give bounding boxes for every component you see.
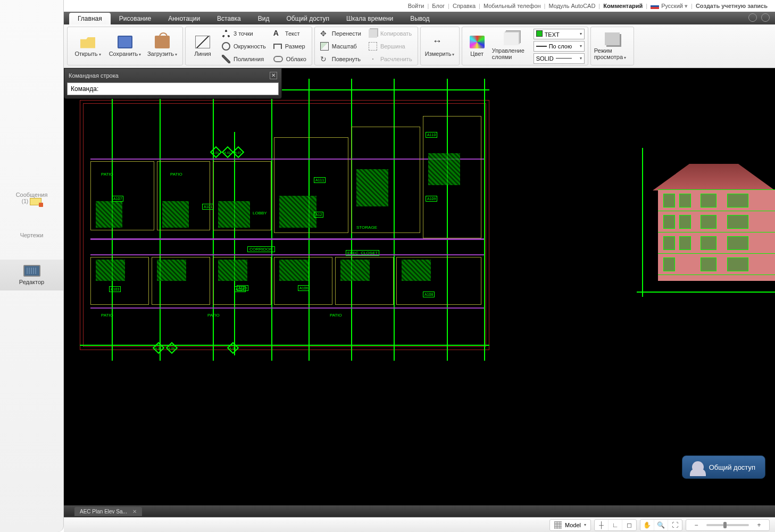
linetype-select[interactable]: SOLID▾ [534,53,585,64]
link-login[interactable]: Войти [408,3,424,9]
color-button[interactable]: Цвет [465,27,489,65]
help-icon[interactable] [761,13,770,22]
measure-button[interactable]: Измерить▾ [424,27,456,65]
layers-button[interactable]: Управление слоями [492,27,530,65]
ribbon-group-view: Режим просмотра▾ [590,27,634,65]
sidebar-item-messages[interactable]: Сообщения (1) [0,186,63,211]
folder-open-icon [80,36,95,48]
link-help[interactable]: Справка [453,3,476,9]
lineweight-select[interactable]: По слою▾ [534,41,585,52]
zoom-extents-button[interactable]: ⛶ [668,520,682,530]
left-sidebar: Сообщения (1) Чертежи Редактор [0,0,64,532]
close-icon[interactable]: ✕ [270,72,277,79]
room-label: A106 [298,285,310,291]
layer-select[interactable]: TEXT▾ [534,29,585,39]
refresh-icon[interactable] [748,13,757,22]
ribbon-group-measure: Измерить▾ [420,27,460,65]
viewmode-button[interactable]: Режим просмотра▾ [594,27,630,65]
ribbon-group-draw: Линия 3 точки Окружность Полилиния Текст… [185,27,312,65]
sidebar-item-drawings[interactable]: Чертежи [0,227,63,244]
line-button[interactable]: Линия [189,27,216,65]
drawing-canvas[interactable]: Командная строка ✕ [64,68,775,505]
chevron-down-icon: ▾ [685,3,688,9]
room-label: A101 [202,204,214,210]
zoom-out-button[interactable]: − [689,520,703,530]
dimension-button[interactable]: Размер [271,40,309,52]
measure-icon [432,36,447,48]
file-tabs: AEC Plan Elev Sa... ✕ [64,505,775,517]
copy-icon [369,29,377,38]
command-input[interactable] [67,82,279,95]
command-line-panel: Командная строка ✕ [64,68,282,99]
link-create-account[interactable]: Создать учетную запись [696,3,768,9]
explode-button[interactable]: Расчленить [366,53,414,65]
model-space-select[interactable]: Model ▾ [549,519,591,531]
link-autocad[interactable]: Модуль AutoCAD [548,3,595,9]
circle-button[interactable]: Окружность [220,40,268,52]
rotate-button[interactable]: Повернуть [318,53,363,65]
tab-output[interactable]: Вывод [402,13,438,24]
download-icon [155,36,170,48]
move-icon [320,29,329,38]
zoom-in-button[interactable]: + [752,520,766,530]
snap-ortho-toggle[interactable]: ∟ [609,520,622,530]
file-tab[interactable]: AEC Plan Elev Sa... ✕ [74,507,142,516]
text-elec-closet: ELEC. CLOSET [346,250,379,256]
zoom-slider[interactable] [706,524,749,526]
text-button[interactable]: Текст [271,28,309,39]
tab-annotations[interactable]: Аннотации [160,13,209,24]
messages-count: (1) [22,198,28,204]
top-linkbar: Войти| Блог| Справка| Мобильный телефон|… [64,0,775,12]
tab-insert[interactable]: Вставка [209,13,249,24]
sidebar-item-editor[interactable]: Редактор [0,260,63,290]
share-label: Общий доступ [709,463,755,471]
vertex-button[interactable]: Вершина [366,40,414,52]
layers-icon [504,32,519,45]
tab-view[interactable]: Вид [249,13,278,24]
room-label: A103 [109,286,121,292]
polyline-button[interactable]: Полилиния [220,53,268,65]
link-mobile[interactable]: Мобильный телефон [484,3,541,9]
color-palette-icon [470,36,485,48]
open-button[interactable]: Открыть▾ [71,27,105,65]
snap-object-toggle[interactable]: ◻ [622,520,636,530]
text-patio: PATIO [207,313,220,318]
load-button[interactable]: Загрузить▾ [145,27,179,65]
zoom-window-button[interactable]: 🔍 [654,520,668,530]
viewport-icon [605,32,620,45]
editor-label: Редактор [19,279,44,285]
messages-label: Сообщения [16,192,48,198]
share-button[interactable]: Общий доступ [682,455,765,479]
move-button[interactable]: Перенести [318,28,363,39]
tab-home[interactable]: Главная [69,13,111,24]
polyline-icon [222,55,230,63]
flag-ru-icon [651,3,659,9]
link-blog[interactable]: Блог [432,3,445,9]
tab-drawing[interactable]: Рисование [111,13,160,24]
tab-timeline[interactable]: Шкала времени [338,13,402,24]
editor-icon [23,265,40,277]
tab-sharing[interactable]: Общий доступ [278,13,338,24]
link-comment[interactable]: Комментарий [603,3,643,9]
text-patio: PATIO [101,313,113,318]
cloud-button[interactable]: Облако [271,53,309,65]
language-selector[interactable]: Русский ▾ [651,3,688,10]
floppy-icon [118,36,132,48]
ribbon-group-modify: Перенести Масштаб Повернуть Копировать В… [314,27,418,65]
ribbon-group-layers: Цвет Управление слоями TEXT▾ По слою▾ SO… [462,27,588,65]
snap-grid-toggle[interactable]: ┼ [595,520,609,530]
three-points-button[interactable]: 3 точки [220,28,268,39]
save-button[interactable]: Сохранить▾ [108,27,142,65]
ribbon-group-file: Открыть▾ Сохранить▾ Загрузить▾ [67,27,183,65]
scale-button[interactable]: Масштаб [318,40,363,52]
envelope-icon [30,198,41,205]
grid-icon [554,521,562,529]
pan-button[interactable]: ✋ [640,520,654,530]
close-tab-icon[interactable]: ✕ [132,509,137,514]
main-area: Войти| Блог| Справка| Мобильный телефон|… [64,0,775,532]
copy-button[interactable]: Копировать [366,28,414,39]
room-label: A110 [426,132,437,138]
status-bar: Model ▾ ┼ ∟ ◻ ✋ 🔍 ⛶ − + [64,517,775,532]
room-label: A108 [423,292,435,297]
text-lobby: LOBBY [253,211,267,215]
